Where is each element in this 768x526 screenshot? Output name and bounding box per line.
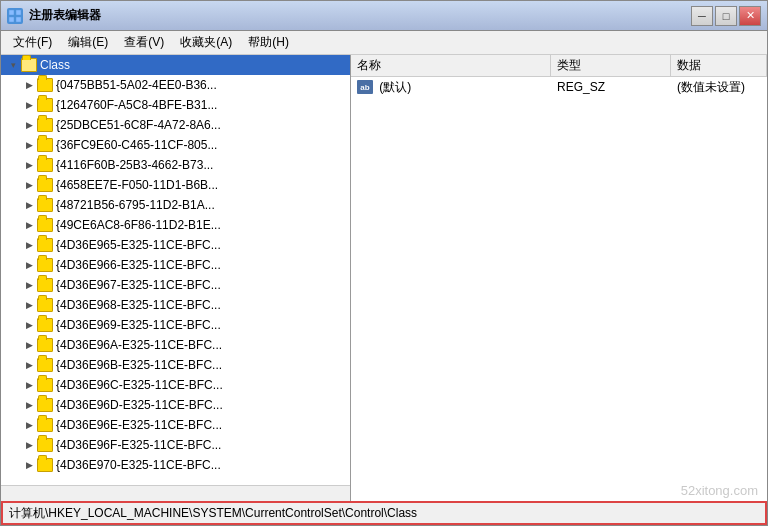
menu-view[interactable]: 查看(V) [116,32,172,53]
tree-item-9[interactable]: ▶ {4D36E966-E325-11CE-BFC... [1,255,350,275]
tree-item-11[interactable]: ▶ {4D36E968-E325-11CE-BFC... [1,295,350,315]
tree-item-19[interactable]: ▶ {4D36E970-E325-11CE-BFC... [1,455,350,475]
tree-item-12[interactable]: ▶ {4D36E969-E325-11CE-BFC... [1,315,350,335]
tree-label-root: Class [40,58,70,72]
tree-expander-8[interactable]: ▶ [21,237,37,253]
tree-expander-14[interactable]: ▶ [21,357,37,373]
tree-label-17: {4D36E96E-E325-11CE-BFC... [56,418,222,432]
tree-item-6[interactable]: ▶ {48721B56-6795-11D2-B1A... [1,195,350,215]
folder-icon-6 [37,198,53,212]
list-header: 名称 类型 数据 [351,55,767,77]
tree-item-14[interactable]: ▶ {4D36E96B-E325-11CE-BFC... [1,355,350,375]
tree-expander-10[interactable]: ▶ [21,277,37,293]
tree-label-16: {4D36E96D-E325-11CE-BFC... [56,398,223,412]
list-body: ab (默认) REG_SZ (数值未设置) [351,77,767,501]
tree-label-5: {4658EE7E-F050-11D1-B6B... [56,178,218,192]
tree-expander-1[interactable]: ▶ [21,97,37,113]
tree-expander-3[interactable]: ▶ [21,137,37,153]
tree-expander-18[interactable]: ▶ [21,437,37,453]
tree-expander-root[interactable]: ▾ [5,57,21,73]
tree-hscrollbar[interactable] [1,485,350,501]
tree-item-17[interactable]: ▶ {4D36E96E-E325-11CE-BFC... [1,415,350,435]
folder-icon-13 [37,338,53,352]
tree-label-4: {4116F60B-25B3-4662-B73... [56,158,213,172]
window: 注册表编辑器 ─ □ ✕ 文件(F) 编辑(E) 查看(V) 收藏夹(A) 帮助… [0,0,768,526]
folder-icon-7 [37,218,53,232]
tree-label-9: {4D36E966-E325-11CE-BFC... [56,258,221,272]
tree-label-10: {4D36E967-E325-11CE-BFC... [56,278,221,292]
tree-expander-12[interactable]: ▶ [21,317,37,333]
folder-icon-5 [37,178,53,192]
tree-item-13[interactable]: ▶ {4D36E96A-E325-11CE-BFC... [1,335,350,355]
tree-expander-15[interactable]: ▶ [21,377,37,393]
maximize-button[interactable]: □ [715,6,737,26]
tree-expander-0[interactable]: ▶ [21,77,37,93]
tree-expander-9[interactable]: ▶ [21,257,37,273]
folder-icon-root [21,58,37,72]
tree-item-5[interactable]: ▶ {4658EE7E-F050-11D1-B6B... [1,175,350,195]
svg-rect-3 [16,17,21,22]
folder-icon-17 [37,418,53,432]
tree-pane: ▾ Class ▶ {0475BB51-5A02-4EE0-B36... ▶ {… [1,55,351,501]
tree-expander-6[interactable]: ▶ [21,197,37,213]
statusbar-path: 计算机\HKEY_LOCAL_MACHINE\SYSTEM\CurrentCon… [9,505,417,522]
tree-item-0[interactable]: ▶ {0475BB51-5A02-4EE0-B36... [1,75,350,95]
tree-label-0: {0475BB51-5A02-4EE0-B36... [56,78,217,92]
main-content: ▾ Class ▶ {0475BB51-5A02-4EE0-B36... ▶ {… [1,55,767,501]
tree-expander-17[interactable]: ▶ [21,417,37,433]
col-header-data[interactable]: 数据 [671,55,767,76]
folder-icon-0 [37,78,53,92]
tree-label-13: {4D36E96A-E325-11CE-BFC... [56,338,222,352]
tree-label-8: {4D36E965-E325-11CE-BFC... [56,238,221,252]
minimize-button[interactable]: ─ [691,6,713,26]
tree-item-15[interactable]: ▶ {4D36E96C-E325-11CE-BFC... [1,375,350,395]
tree-label-15: {4D36E96C-E325-11CE-BFC... [56,378,223,392]
folder-icon-9 [37,258,53,272]
list-cell-name-0: ab (默认) [351,79,551,96]
tree-item-10[interactable]: ▶ {4D36E967-E325-11CE-BFC... [1,275,350,295]
folder-icon-12 [37,318,53,332]
tree-label-6: {48721B56-6795-11D2-B1A... [56,198,215,212]
col-header-type[interactable]: 类型 [551,55,671,76]
menu-help[interactable]: 帮助(H) [240,32,297,53]
tree-root[interactable]: ▾ Class [1,55,350,75]
col-header-name[interactable]: 名称 [351,55,551,76]
right-pane: 名称 类型 数据 ab (默认) REG_SZ (数值未设置) [351,55,767,501]
tree-item-1[interactable]: ▶ {1264760F-A5C8-4BFE-B31... [1,95,350,115]
menu-file[interactable]: 文件(F) [5,32,60,53]
folder-icon-2 [37,118,53,132]
tree-label-11: {4D36E968-E325-11CE-BFC... [56,298,221,312]
tree-item-4[interactable]: ▶ {4116F60B-25B3-4662-B73... [1,155,350,175]
tree-expander-19[interactable]: ▶ [21,457,37,473]
svg-rect-2 [9,17,14,22]
list-row-0[interactable]: ab (默认) REG_SZ (数值未设置) [351,77,767,97]
tree-expander-16[interactable]: ▶ [21,397,37,413]
close-button[interactable]: ✕ [739,6,761,26]
tree-expander-4[interactable]: ▶ [21,157,37,173]
tree-item-18[interactable]: ▶ {4D36E96F-E325-11CE-BFC... [1,435,350,455]
window-title: 注册表编辑器 [29,7,691,24]
tree-item-16[interactable]: ▶ {4D36E96D-E325-11CE-BFC... [1,395,350,415]
value-icon-0: ab [357,80,373,94]
tree-item-7[interactable]: ▶ {49CE6AC8-6F86-11D2-B1E... [1,215,350,235]
tree-expander-2[interactable]: ▶ [21,117,37,133]
tree-expander-13[interactable]: ▶ [21,337,37,353]
tree-label-18: {4D36E96F-E325-11CE-BFC... [56,438,221,452]
app-icon [7,8,23,24]
tree-expander-11[interactable]: ▶ [21,297,37,313]
menu-edit[interactable]: 编辑(E) [60,32,116,53]
folder-icon-16 [37,398,53,412]
tree-label-19: {4D36E970-E325-11CE-BFC... [56,458,221,472]
tree-label-3: {36FC9E60-C465-11CF-805... [56,138,217,152]
tree-item-3[interactable]: ▶ {36FC9E60-C465-11CF-805... [1,135,350,155]
tree-expander-5[interactable]: ▶ [21,177,37,193]
tree-item-2[interactable]: ▶ {25DBCE51-6C8F-4A72-8A6... [1,115,350,135]
menubar: 文件(F) 编辑(E) 查看(V) 收藏夹(A) 帮助(H) [1,31,767,55]
folder-icon-19 [37,458,53,472]
tree-expander-7[interactable]: ▶ [21,217,37,233]
svg-rect-1 [16,10,21,15]
tree-item-8[interactable]: ▶ {4D36E965-E325-11CE-BFC... [1,235,350,255]
tree-container[interactable]: ▾ Class ▶ {0475BB51-5A02-4EE0-B36... ▶ {… [1,55,350,485]
menu-favorites[interactable]: 收藏夹(A) [172,32,240,53]
folder-icon-18 [37,438,53,452]
